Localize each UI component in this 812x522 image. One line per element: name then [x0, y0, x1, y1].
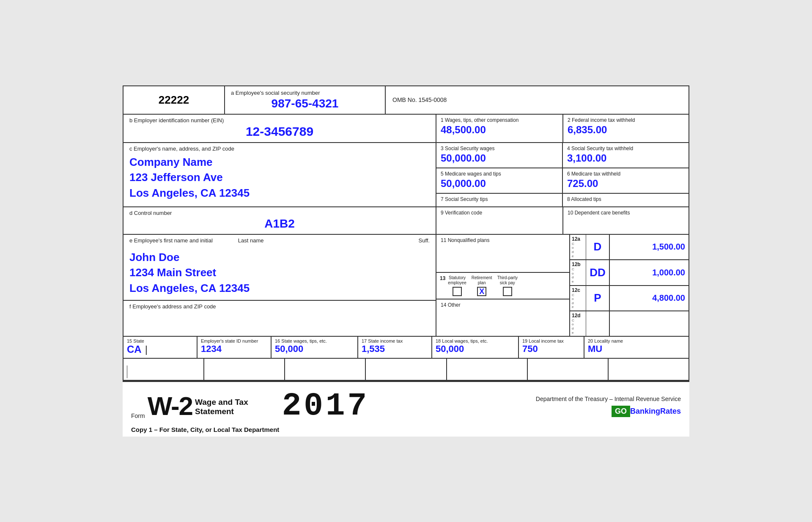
- employee-address-section: f Employee's address and ZIP code: [123, 300, 436, 313]
- box11-13-14-area: 11 Nonqualified plans 13 Statutoryemploy…: [436, 235, 570, 336]
- footer-main-row: Form W-2 Wage and Tax Statement 2017 Dep…: [131, 388, 681, 424]
- box16-value: 50,000: [275, 343, 354, 354]
- right-employee-area: 11 Nonqualified plans 13 Statutoryemploy…: [436, 235, 689, 336]
- go-banking-rates: GO BankingRates: [612, 406, 681, 417]
- box2-cell: 2 Federal income tax withheld 6,835.00: [563, 115, 689, 142]
- copy-line: Copy 1 – For State, City, or Local Tax D…: [131, 426, 681, 433]
- employee-name-header: e Employee's first name and initial Last…: [123, 235, 436, 245]
- box12d-row: 12d Code: [570, 311, 689, 336]
- box12a-label-col: 12a Code: [570, 235, 586, 259]
- control-value: A1B2: [129, 217, 430, 231]
- box14-area: 14 Other: [436, 299, 569, 336]
- box9-label: 9 Verification code: [441, 210, 558, 216]
- box14-label: 14 Other: [441, 302, 565, 308]
- box12d-id: 12d: [572, 313, 584, 319]
- company-address2: Los Angeles, CA 12345: [129, 185, 430, 201]
- ssn-label: a Employee's social security number: [231, 90, 379, 96]
- employer-name-label: c Employer's name, address, and ZIP code: [129, 146, 430, 152]
- box8-cell: 8 Allocated tips: [563, 194, 689, 206]
- box12a-id: 12a: [572, 236, 584, 242]
- employer-address: Company Name 123 Jefferson Ave Los Angel…: [129, 154, 430, 201]
- box4-value: 3,100.00: [567, 152, 684, 164]
- go-text: GO: [612, 406, 630, 417]
- blank-state: [123, 359, 204, 380]
- box5-cell: 5 Medicare wages and tips 50,000.00: [436, 168, 563, 193]
- box15-stateid: 1234: [201, 343, 267, 354]
- box15-state: CA: [127, 343, 142, 355]
- footer-title-line2: Statement: [195, 407, 248, 417]
- box12c-row: 12c Code P 4,800.00: [570, 286, 689, 311]
- box6-value: 725.00: [567, 178, 684, 190]
- box15-stateid-cell: Employer's state ID number 1234: [198, 337, 272, 358]
- box12a-code: D: [586, 235, 609, 259]
- box16-label: 16 State wages, tips, etc.: [275, 338, 354, 343]
- footer-year: 2017: [282, 388, 369, 424]
- box10-cell: 10 Dependent care benefits: [563, 207, 689, 234]
- box18-cell: 18 Local wages, tips, etc. 50,000: [432, 337, 519, 358]
- blank-state-row: [123, 359, 689, 380]
- ssn-cell: a Employee's social security number 987-…: [225, 86, 386, 114]
- box13-area: 13 Statutoryemployee Retirementplan X: [436, 273, 569, 299]
- footer-irs: Department of the Treasury – Internal Re…: [536, 396, 681, 402]
- box1-label: 1 Wages, tips, other compensation: [441, 117, 558, 123]
- box7-label: 7 Social Security tips: [441, 196, 558, 202]
- box19-value: 750: [522, 343, 580, 354]
- box2-value: 6,835.00: [568, 124, 684, 136]
- box11-area: 11 Nonqualified plans: [436, 235, 569, 273]
- employee-section: e Employee's first name and initial Last…: [123, 235, 436, 336]
- box-number: 22222: [123, 86, 225, 114]
- box12d-code: [586, 311, 609, 336]
- box18-label: 18 Local wages, tips, etc.: [436, 338, 515, 343]
- box8-label: 8 Allocated tips: [567, 196, 684, 202]
- omb-text: OMB No. 1545-0008: [392, 96, 447, 103]
- thirdparty-checkbox: [503, 287, 512, 296]
- box17-cell: 17 State income tax 1,535: [358, 337, 432, 358]
- retirement-label: Retirementplan: [472, 275, 492, 286]
- thirdparty-group: Third-partysick pay: [497, 275, 518, 296]
- box12c-label-col: 12c Code: [570, 286, 586, 310]
- control-cell: d Control number A1B2: [123, 207, 436, 234]
- company-name: Company Name: [129, 154, 430, 170]
- footer-w2: W-2: [148, 393, 192, 419]
- statutory-label: Statutoryemployee: [448, 275, 466, 286]
- blank-stateid: [204, 359, 285, 380]
- box12b-label-col: 12b Code: [570, 260, 586, 285]
- blank-locality: [609, 359, 689, 380]
- box3-value: 50,000.00: [441, 152, 558, 164]
- box3-label: 3 Social Security wages: [441, 146, 558, 151]
- box6-cell: 6 Medicare tax withheld 725.00: [563, 168, 689, 193]
- box19-label: 19 Local income tax: [522, 338, 580, 343]
- box6-label: 6 Medicare tax withheld: [567, 171, 684, 177]
- footer-title-line1: Wage and Tax: [195, 398, 248, 407]
- blank-statewages: [285, 359, 366, 380]
- box20-label: 20 Locality name: [588, 338, 685, 343]
- box17-label: 17 State income tax: [362, 338, 428, 343]
- footer: Form W-2 Wage and Tax Statement 2017 Dep…: [123, 381, 689, 437]
- control-label: d Control number: [129, 210, 430, 216]
- box20-cell: 20 Locality name MU: [584, 337, 689, 358]
- box12a-value: 1,500.00: [610, 235, 689, 259]
- box12b-row: 12b Code DD 1,000.00: [570, 260, 689, 286]
- box19-cell: 19 Local income tax 750: [519, 337, 584, 358]
- box15-state-cell: 15 State CA |: [123, 337, 198, 358]
- statutory-checkbox: [453, 287, 462, 296]
- footer-form-label: Form: [131, 412, 145, 419]
- ein-label: b Employer identification number (EIN): [129, 117, 430, 124]
- banking-rates-text: BankingRates: [630, 407, 681, 416]
- box12c-id: 12c: [572, 287, 584, 293]
- box4-cell: 4 Social Security tax withheld 3,100.00: [563, 143, 689, 168]
- right-fields: 3 Social Security wages 50,000.00 4 Soci…: [436, 143, 689, 206]
- retirement-group: Retirementplan X: [472, 275, 492, 296]
- footer-title-block: Wage and Tax Statement: [195, 398, 248, 417]
- box13-num: 13: [440, 275, 445, 281]
- statutory-group: Statutoryemployee: [448, 275, 466, 296]
- box12a-row: 12a Code D 1,500.00: [570, 235, 689, 260]
- box12c-code: P: [586, 286, 609, 310]
- employee-name-block: John Doe 1234 Main Street Los Angeles, C…: [123, 245, 436, 300]
- thirdparty-label: Third-partysick pay: [497, 275, 518, 286]
- blank-stateincome: [366, 359, 447, 380]
- box5-value: 50,000.00: [441, 178, 558, 190]
- blank-localincome: [528, 359, 609, 380]
- box16-cell: 16 State wages, tips, etc. 50,000: [272, 337, 358, 358]
- employee-last-label: Last name: [238, 237, 264, 244]
